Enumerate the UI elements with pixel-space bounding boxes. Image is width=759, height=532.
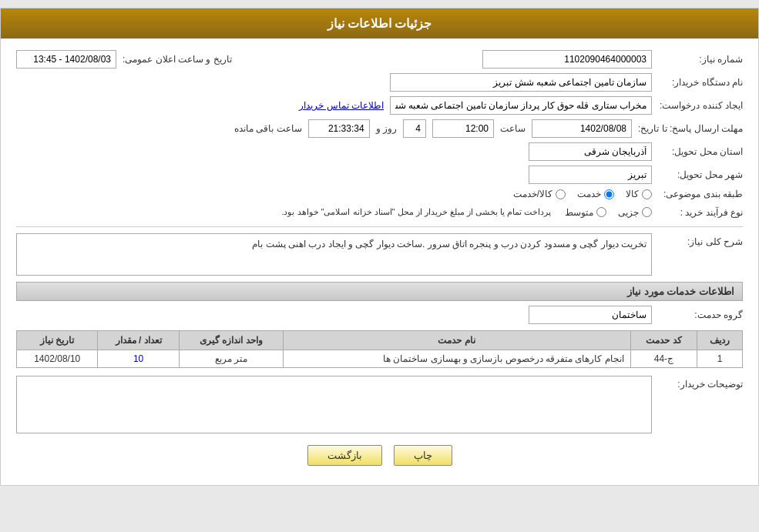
- row-purchase-type: نوع فرآیند خرید : جزیی متوسط پرداخت تمام…: [16, 204, 743, 220]
- row-deadline: مهلت ارسال پاسخ: تا تاریخ: ساعت روز و سا…: [16, 119, 743, 138]
- remaining-time-input: [308, 119, 370, 138]
- row-buyer-org: نام دستگاه خریدار:: [16, 73, 743, 92]
- row-service-group: گروه حدمت:: [16, 306, 743, 324]
- category-radio-group: کالا خدمت کالا/خدمت: [513, 189, 652, 199]
- announcement-date-input: [16, 50, 116, 69]
- label-kala: کالا: [626, 189, 639, 199]
- cell-quantity: 10: [98, 350, 179, 368]
- services-table: ردیف کد حدمت نام حدمت واحد اندازه گیری ت…: [16, 330, 743, 368]
- category-khedmat[interactable]: خدمت: [577, 189, 614, 199]
- purchase-type-label: نوع فرآیند خرید :: [658, 207, 743, 218]
- col-row: ردیف: [697, 331, 743, 350]
- days-label: روز و: [376, 123, 397, 134]
- city-label: شهر محل تحویل:: [658, 169, 743, 180]
- description-label: شرح کلی نیاز:: [658, 233, 743, 247]
- col-code: کد حدمت: [630, 331, 697, 350]
- city-input: [529, 166, 652, 184]
- label-khedmat: خدمت: [577, 189, 601, 199]
- label-motawaset: متوسط: [565, 207, 593, 218]
- radio-khedmat[interactable]: [604, 189, 614, 199]
- radio-kala-khedmat[interactable]: [556, 189, 566, 199]
- divider-1: [16, 226, 743, 227]
- cell-unit: متر مربع: [179, 350, 283, 368]
- col-unit: واحد اندازه گیری: [179, 331, 283, 350]
- service-group-input: [529, 306, 652, 324]
- buyer-notes-label: توضیحات خریدار:: [658, 376, 743, 390]
- print-button[interactable]: چاپ: [394, 445, 452, 466]
- buyer-org-input: [390, 73, 652, 92]
- services-title: اطلاعات خدمات مورد نیاز: [627, 286, 734, 297]
- page-title: جزئیات اطلاعات نیاز: [327, 17, 432, 30]
- table-row: 1 ج-44 انجام کارهای متفرقه درخصوص بازساز…: [17, 350, 743, 368]
- col-quantity: تعداد / مقدار: [98, 331, 179, 350]
- type-jozi[interactable]: جزیی: [618, 207, 652, 218]
- cell-code: ج-44: [630, 350, 697, 368]
- page-header: جزئیات اطلاعات نیاز: [1, 8, 758, 38]
- content-area: شماره نیاز: تاریخ و ساعت اعلان عمومی: نا…: [1, 38, 758, 485]
- response-date-input: [532, 119, 632, 138]
- remaining-label: ساعت باقی مانده: [234, 123, 302, 134]
- category-kala[interactable]: کالا: [626, 189, 652, 199]
- cell-row: 1: [697, 350, 743, 368]
- province-input: [529, 142, 652, 161]
- order-number-input: [482, 50, 652, 69]
- service-group-label: گروه حدمت:: [658, 309, 743, 320]
- row-province: استان محل تحویل:: [16, 142, 743, 161]
- radio-kala[interactable]: [642, 189, 652, 199]
- cell-date: 1402/08/10: [17, 350, 98, 368]
- row-order-announcement: شماره نیاز: تاریخ و ساعت اعلان عمومی:: [16, 50, 743, 69]
- radio-jozi[interactable]: [642, 207, 652, 217]
- deadline-label: مهلت ارسال پاسخ: تا تاریخ:: [638, 123, 743, 134]
- category-label: طبقه بندی موضوعی:: [658, 189, 743, 199]
- announcement-label: تاریخ و ساعت اعلان عمومی:: [123, 54, 232, 65]
- table-header-row: ردیف کد حدمت نام حدمت واحد اندازه گیری ت…: [17, 331, 743, 350]
- buyer-org-label: نام دستگاه خریدار:: [658, 77, 743, 88]
- creator-input: [390, 96, 652, 115]
- remaining-days-input: [403, 119, 426, 138]
- creator-label: ایجاد کننده درخواست:: [658, 100, 743, 111]
- province-label: استان محل تحویل:: [658, 146, 743, 157]
- description-box: تخریت دیوار گچی و مسدود کردن درب و پنجره…: [16, 233, 652, 276]
- type-motawaset[interactable]: متوسط: [565, 207, 606, 218]
- main-container: جزئیات اطلاعات نیاز شماره نیاز: تاریخ و …: [0, 8, 759, 486]
- row-creator: ایجاد کننده درخواست: اطلاعات تماس خریدار: [16, 96, 743, 115]
- radio-motawaset[interactable]: [596, 207, 606, 217]
- col-name: نام حدمت: [283, 331, 630, 350]
- cell-name: انجام کارهای متفرقه درخصوص بازسازی و بهس…: [283, 350, 630, 368]
- row-description: شرح کلی نیاز: تخریت دیوار گچی و مسدود کر…: [16, 233, 743, 276]
- category-kala-khedmat[interactable]: کالا/خدمت: [513, 189, 566, 199]
- time-label: ساعت: [500, 123, 526, 134]
- row-city: شهر محل تحویل:: [16, 166, 743, 184]
- buyer-notes-box: [16, 376, 652, 433]
- buttons-row: چاپ بازگشت: [16, 445, 743, 466]
- purchase-type-radio-group: جزیی متوسط: [565, 207, 652, 218]
- back-button[interactable]: بازگشت: [307, 445, 382, 466]
- order-number-label: شماره نیاز:: [658, 54, 743, 65]
- label-kala-khedmat: کالا/خدمت: [513, 189, 552, 199]
- response-time-input: [432, 119, 494, 138]
- col-date: تاریخ نیاز: [17, 331, 98, 350]
- description-text: تخریت دیوار گچی و مسدود کردن درب و پنجره…: [252, 239, 646, 249]
- services-table-container: ردیف کد حدمت نام حدمت واحد اندازه گیری ت…: [16, 330, 743, 368]
- contact-link[interactable]: اطلاعات تماس خریدار: [299, 100, 384, 111]
- row-category: طبقه بندی موضوعی: کالا خدمت کالا/خدمت: [16, 189, 743, 199]
- purchase-note: پرداخت تمام یا بخشی از مبلغ خریدار از مح…: [281, 204, 551, 220]
- services-section-header: اطلاعات خدمات مورد نیاز: [16, 282, 743, 301]
- label-jozi: جزیی: [618, 207, 639, 218]
- row-buyer-notes: توضیحات خریدار:: [16, 376, 743, 433]
